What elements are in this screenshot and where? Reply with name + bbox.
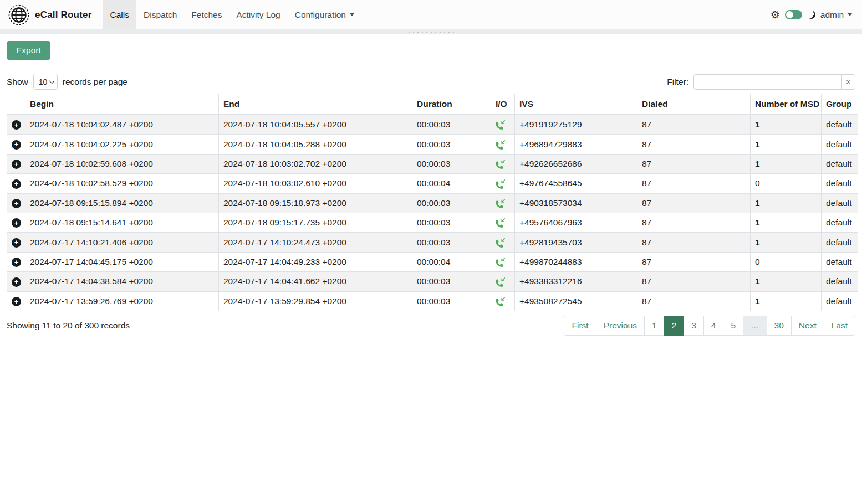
filter-input[interactable] bbox=[693, 74, 842, 90]
column-header-end[interactable]: End bbox=[219, 94, 412, 115]
column-header-dialed[interactable]: Dialed bbox=[637, 94, 751, 115]
nav-tab-dispatch[interactable]: Dispatch bbox=[136, 0, 184, 29]
incoming-call-icon bbox=[496, 179, 505, 189]
group-cell: default bbox=[822, 135, 858, 154]
table-row: + 2024-07-17 13:59:26.769 +0200 2024-07-… bbox=[7, 291, 858, 311]
column-header-group[interactable]: Group bbox=[822, 94, 858, 115]
expand-row-button[interactable]: + bbox=[12, 277, 21, 287]
incoming-call-icon bbox=[496, 297, 505, 306]
header-row: BeginEndDurationI/OIVSDialedNumber of MS… bbox=[7, 94, 858, 115]
table-row: + 2024-07-18 10:04:02.487 +0200 2024-07-… bbox=[7, 115, 858, 135]
page-button-30[interactable]: 30 bbox=[767, 316, 792, 336]
msd-cell: 1 bbox=[751, 193, 822, 213]
nav-tab-activity-log[interactable]: Activity Log bbox=[229, 0, 287, 29]
table-footer: Showing 11 to 20 of 300 records FirstPre… bbox=[7, 316, 855, 336]
begin-cell: 2024-07-17 14:04:38.584 +0200 bbox=[25, 272, 219, 291]
expand-cell: + bbox=[7, 252, 25, 271]
expand-row-button[interactable]: + bbox=[12, 179, 21, 189]
table-row: + 2024-07-18 10:04:02.225 +0200 2024-07-… bbox=[7, 135, 858, 154]
duration-cell: 00:00:03 bbox=[412, 233, 491, 252]
expand-row-button[interactable]: + bbox=[12, 297, 21, 306]
duration-cell: 00:00:04 bbox=[412, 252, 491, 271]
page-button-last[interactable]: Last bbox=[824, 316, 855, 336]
end-cell: 2024-07-17 14:04:49.233 +0200 bbox=[219, 252, 412, 271]
page-button-2[interactable]: 2 bbox=[664, 316, 685, 336]
expand-row-button[interactable]: + bbox=[12, 238, 21, 248]
column-header-i-o[interactable]: I/O bbox=[491, 94, 515, 115]
io-cell bbox=[491, 154, 515, 173]
column-header-begin[interactable]: Begin bbox=[25, 94, 219, 115]
configuration-label: Configuration bbox=[295, 10, 346, 20]
ivs-cell: +499870244883 bbox=[515, 252, 637, 271]
dialed-cell: 87 bbox=[637, 213, 751, 233]
plus-icon: + bbox=[14, 219, 19, 227]
table-header: BeginEndDurationI/OIVSDialedNumber of MS… bbox=[7, 94, 858, 115]
expand-cell: + bbox=[7, 135, 25, 154]
group-cell: default bbox=[822, 252, 858, 271]
duration-cell: 00:00:03 bbox=[412, 193, 491, 213]
page-button-first[interactable]: First bbox=[564, 316, 596, 336]
group-cell: default bbox=[822, 272, 858, 291]
begin-cell: 2024-07-18 10:02:59.608 +0200 bbox=[25, 154, 219, 173]
msd-cell: 1 bbox=[751, 135, 822, 154]
group-cell: default bbox=[822, 291, 858, 311]
incoming-call-icon bbox=[496, 199, 505, 208]
page-size-control: Show 10 records per page bbox=[7, 74, 127, 90]
expand-row-button[interactable]: + bbox=[12, 258, 21, 267]
msd-cell: 1 bbox=[751, 233, 822, 252]
nav-tab-calls[interactable]: Calls bbox=[103, 0, 136, 29]
clear-filter-button[interactable]: × bbox=[841, 74, 855, 90]
group-cell: default bbox=[822, 174, 858, 193]
page-button-3[interactable]: 3 bbox=[684, 316, 704, 336]
table-row: + 2024-07-17 14:10:21.406 +0200 2024-07-… bbox=[7, 233, 858, 252]
incoming-call-icon bbox=[496, 160, 505, 169]
column-header-expand bbox=[7, 94, 25, 115]
export-button[interactable]: Export bbox=[7, 41, 50, 60]
filter-label: Filter: bbox=[667, 77, 688, 87]
end-cell: 2024-07-18 09:15:17.735 +0200 bbox=[219, 213, 412, 233]
page-button-previous[interactable]: Previous bbox=[596, 316, 645, 336]
expand-row-button[interactable]: + bbox=[12, 160, 21, 169]
page-button-1[interactable]: 1 bbox=[644, 316, 665, 336]
expand-cell: + bbox=[7, 174, 25, 193]
plus-icon: + bbox=[14, 141, 19, 148]
nav-tab-fetches[interactable]: Fetches bbox=[184, 0, 229, 29]
table-row: + 2024-07-17 14:04:45.175 +0200 2024-07-… bbox=[7, 252, 858, 271]
end-cell: 2024-07-18 10:03:02.702 +0200 bbox=[219, 154, 412, 173]
nav-dropdown-configuration[interactable]: Configuration bbox=[288, 0, 361, 29]
user-menu[interactable]: admin bbox=[820, 10, 852, 20]
page-button-next[interactable]: Next bbox=[791, 316, 824, 336]
show-label: Show bbox=[7, 77, 28, 87]
expand-row-button[interactable]: + bbox=[12, 120, 21, 130]
io-cell bbox=[491, 193, 515, 213]
io-cell bbox=[491, 213, 515, 233]
brand-link[interactable]: eCall Router bbox=[0, 0, 103, 29]
column-header-number-of-msd[interactable]: Number of MSD bbox=[751, 94, 822, 115]
msd-cell: 1 bbox=[751, 115, 822, 135]
table-row: + 2024-07-18 10:02:59.608 +0200 2024-07-… bbox=[7, 154, 858, 173]
io-cell bbox=[491, 115, 515, 135]
group-cell: default bbox=[822, 213, 858, 233]
expand-row-button[interactable]: + bbox=[12, 140, 21, 150]
dialed-cell: 87 bbox=[637, 135, 751, 154]
column-header-duration[interactable]: Duration bbox=[412, 94, 491, 115]
resize-grip-handle[interactable] bbox=[406, 30, 456, 34]
msd-cell: 1 bbox=[751, 291, 822, 311]
table-body: + 2024-07-18 10:04:02.487 +0200 2024-07-… bbox=[7, 115, 858, 311]
gear-icon: ⚙ bbox=[771, 9, 780, 20]
chevron-down-icon bbox=[350, 13, 354, 16]
end-cell: 2024-07-17 13:59:29.854 +0200 bbox=[219, 291, 412, 311]
page-button-5[interactable]: 5 bbox=[723, 316, 743, 336]
plus-icon: + bbox=[14, 180, 19, 187]
page-size-select[interactable]: 10 bbox=[33, 74, 58, 90]
expand-row-button[interactable]: + bbox=[12, 218, 21, 228]
page-button-4[interactable]: 4 bbox=[703, 316, 724, 336]
column-header-ivs[interactable]: IVS bbox=[515, 94, 637, 115]
expand-row-button[interactable]: + bbox=[12, 199, 21, 208]
end-cell: 2024-07-18 10:04:05.288 +0200 bbox=[219, 135, 412, 154]
ivs-cell: +492626652686 bbox=[515, 154, 637, 173]
dialed-cell: 87 bbox=[637, 233, 751, 252]
theme-toggle-switch[interactable] bbox=[785, 10, 802, 19]
incoming-call-icon bbox=[496, 277, 505, 287]
plus-icon: + bbox=[14, 259, 19, 266]
